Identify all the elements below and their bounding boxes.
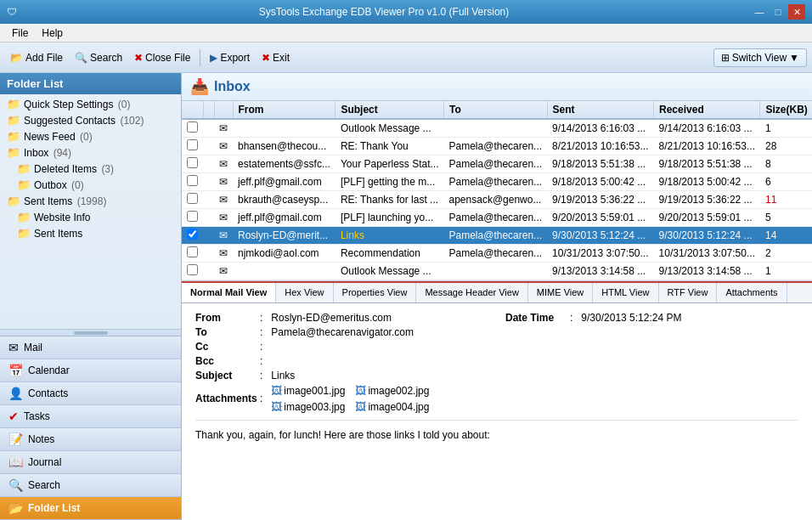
close-button[interactable]: ✕ <box>788 4 805 20</box>
search-button[interactable]: 🔍 Search <box>70 49 127 66</box>
col-subject[interactable]: Subject <box>336 101 444 119</box>
folder-icon: 📁 <box>7 98 20 110</box>
table-row[interactable]: ✉ Outlook Message ... 9/13/2013 3:14:58 … <box>182 263 812 280</box>
preview-from-row: From : Roslyn-ED@emeritus.com <box>195 312 488 324</box>
preview-datetime-row: Date Time : 9/30/2013 5:12:24 PM <box>505 312 798 324</box>
table-row[interactable]: ✉ jeff.plf@gmail.com [PLF] getting the m… <box>182 173 812 191</box>
to-value: Pamela@thecarenavigator.com <box>271 326 414 338</box>
tab-rtf[interactable]: RTF View <box>659 283 718 302</box>
folder-suggested[interactable]: 📁 Suggested Contacts (102) <box>0 112 181 128</box>
switch-view-icon: ⊞ <box>721 52 730 64</box>
col-to[interactable]: To <box>444 101 548 119</box>
folder-news-feed[interactable]: 📁 News Feed (0) <box>0 128 181 144</box>
email-icon: ✉ <box>219 158 228 170</box>
row-checkbox[interactable] <box>187 264 198 275</box>
table-row[interactable]: ✉ jeff.plf@gmail.com [PLF] launching yo.… <box>182 209 812 227</box>
table-row[interactable]: ✉ njmkodi@aol.com Recommendation Pamela@… <box>182 245 812 263</box>
attachment-item[interactable]: 🖼 image001.jpg <box>271 384 345 397</box>
row-checkbox[interactable] <box>187 211 198 222</box>
preview-cc-row: Cc : <box>195 341 488 353</box>
menu-help[interactable]: Help <box>35 25 70 41</box>
table-row-selected[interactable]: ✉ Roslyn-ED@merit... Links Pamela@thecar… <box>182 227 812 245</box>
search-nav-icon: 🔍 <box>8 478 23 492</box>
folder-website-info[interactable]: 📁 Website Info <box>0 209 181 225</box>
nav-folder-list[interactable]: 📂 Folder List <box>0 497 181 520</box>
nav-contacts[interactable]: 👤 Contacts <box>0 382 181 405</box>
tab-message-header[interactable]: Message Header View <box>416 283 527 302</box>
row-checkbox[interactable] <box>187 246 198 257</box>
folder-deleted[interactable]: 📁 Deleted Items (3) <box>0 161 181 177</box>
folder-sent-items-sub[interactable]: 📁 Sent Items <box>0 225 181 241</box>
nav-mail[interactable]: ✉ Mail <box>0 336 181 359</box>
folder-icon: 📁 <box>7 114 20 127</box>
folder-inbox[interactable]: 📁 Inbox (94) <box>0 144 181 161</box>
tab-normal-mail[interactable]: Normal Mail View <box>182 283 276 302</box>
tab-attachments[interactable]: Attachments <box>717 283 787 302</box>
close-file-icon: ✖ <box>134 52 143 64</box>
inbox-header: 📥 Inbox <box>182 73 812 101</box>
row-checkbox[interactable] <box>187 175 198 186</box>
table-row[interactable]: ✉ bkrauth@caseysp... RE: Thanks for last… <box>182 191 812 209</box>
row-checkbox[interactable] <box>187 122 198 133</box>
row-checkbox[interactable] <box>187 229 198 240</box>
switch-view-arrow: ▼ <box>789 52 799 64</box>
nav-tasks[interactable]: ✔ Tasks <box>0 405 181 428</box>
nav-notes[interactable]: 📝 Notes <box>0 428 181 451</box>
table-header-row: From Subject To Sent Received Size(KB) <box>182 101 812 119</box>
inbox-icon: 📥 <box>190 77 209 96</box>
toolbar-separator <box>200 49 200 66</box>
table-row[interactable]: ✉ estatements@ssfc... Your Paperless Sta… <box>182 155 812 173</box>
table-row[interactable]: ✉ bhansen@thecou... RE: Thank You Pamela… <box>182 138 812 155</box>
attachment-item[interactable]: 🖼 image004.jpg <box>355 400 429 413</box>
maximize-button[interactable]: □ <box>770 4 787 20</box>
email-icon: ✉ <box>219 194 228 206</box>
close-file-button[interactable]: ✖ Close File <box>129 49 195 66</box>
col-icon[interactable] <box>214 101 233 119</box>
col-from[interactable]: From <box>233 101 336 119</box>
folder-quick-step[interactable]: 📁 Quick Step Settings (0) <box>0 96 181 112</box>
attachment-icon: 🖼 <box>355 400 366 413</box>
folder-sent-items[interactable]: 📁 Sent Items (1998) <box>0 193 181 209</box>
minimize-button[interactable]: — <box>751 4 768 20</box>
tab-hex[interactable]: Hex View <box>276 283 333 302</box>
switch-view-button[interactable]: ⊞ Switch View ▼ <box>713 48 807 67</box>
subject-label: Subject <box>195 370 255 382</box>
row-checkbox[interactable] <box>187 139 198 150</box>
row-checkbox[interactable] <box>187 193 198 204</box>
email-icon: ✉ <box>219 212 228 223</box>
nav-calendar[interactable]: 📅 Calendar <box>0 359 181 382</box>
add-file-button[interactable]: 📂 Add File <box>5 49 68 66</box>
attachment-item[interactable]: 🖼 image002.jpg <box>355 384 429 397</box>
main-layout: Folder List 📁 Quick Step Settings (0) 📁 … <box>0 73 812 520</box>
export-button[interactable]: ▶ Export <box>205 49 255 66</box>
search-icon: 🔍 <box>75 52 87 64</box>
tab-properties[interactable]: Properties View <box>334 283 417 302</box>
menu-file[interactable]: File <box>5 25 35 41</box>
col-check[interactable] <box>182 101 203 119</box>
attachment-icon: 🖼 <box>271 384 282 397</box>
notes-icon: 📝 <box>8 432 23 446</box>
tab-html[interactable]: HTML View <box>593 283 658 302</box>
col-sent[interactable]: Sent <box>547 101 653 119</box>
cc-label: Cc <box>195 341 255 353</box>
email-icon: ✉ <box>219 229 228 241</box>
email-table: From Subject To Sent Received Size(KB) ✉ <box>182 101 812 280</box>
col-flag[interactable] <box>203 101 214 119</box>
titlebar-left: 🛡 <box>7 6 17 18</box>
exit-button[interactable]: ✖ Exit <box>257 49 295 66</box>
row-checkbox[interactable] <box>187 157 198 168</box>
folder-outbox[interactable]: 📁 Outbox (0) <box>0 177 181 193</box>
menubar: File Help <box>0 24 812 42</box>
titlebar-controls: — □ ✕ <box>751 4 805 20</box>
nav-journal[interactable]: 📖 Journal <box>0 451 181 474</box>
add-file-icon: 📂 <box>10 52 23 64</box>
datetime-value: 9/30/2013 5:12:24 PM <box>581 312 681 324</box>
sidebar: Folder List 📁 Quick Step Settings (0) 📁 … <box>0 73 182 520</box>
col-size[interactable]: Size(KB) <box>760 101 812 119</box>
table-row[interactable]: ✉ Outlook Message ... 9/14/2013 6:16:03 … <box>182 119 812 138</box>
tab-mime[interactable]: MIME View <box>528 283 593 302</box>
attachment-item[interactable]: 🖼 image003.jpg <box>271 400 345 413</box>
col-received[interactable]: Received <box>654 101 760 119</box>
folder-list-icon: 📂 <box>8 501 23 515</box>
nav-search[interactable]: 🔍 Search <box>0 474 181 497</box>
